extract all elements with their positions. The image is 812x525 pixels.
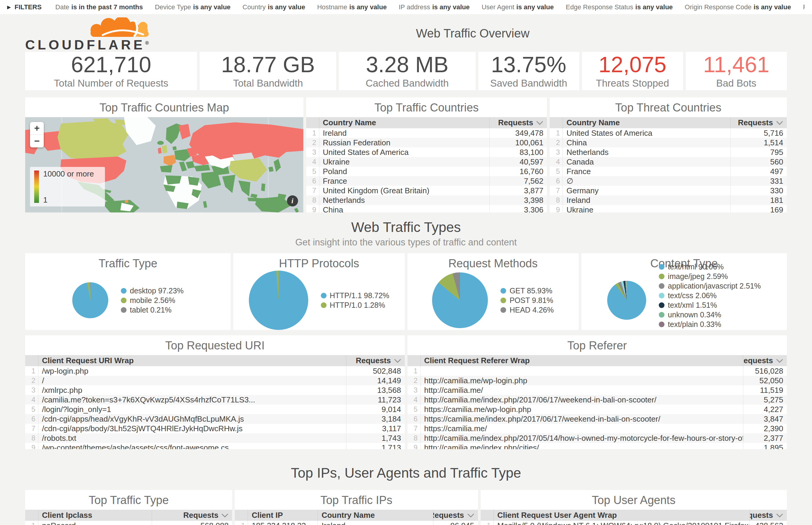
dashboard-header: CLOUDFLARE® Web Traffic Overview (25, 15, 787, 52)
legend-label: 0.20% (668, 330, 689, 330)
filter-item[interactable]: Countryis any value (242, 3, 305, 11)
map-legend-min: 1 (43, 195, 47, 205)
table-cell: 568,088 (152, 521, 232, 525)
table-cell: 560 (730, 157, 787, 167)
content-type-pie[interactable] (607, 281, 646, 320)
http-protocols-legend: HTTP/1.1 98.72%HTTP/1.0 1.28% (321, 291, 389, 310)
sort-chevron-icon (776, 359, 783, 363)
column-header[interactable]: Client Request User Agent Wrap (494, 510, 750, 521)
table-header-row: Client Request User Agent WrapRequests (481, 510, 787, 521)
table-row: 4http://camilia.me/index.php/2017/06/17/… (408, 395, 787, 405)
table-cell: /xmlrpc.php (39, 385, 346, 395)
kpi-value: 621,710 (71, 53, 151, 76)
table-cell: 14,149 (346, 376, 405, 385)
column-header[interactable]: Requests (346, 355, 405, 366)
column-header-label: Client Request Referer Wrap (424, 356, 530, 365)
row-number-header (306, 117, 319, 128)
table-cell: 349,478 (489, 128, 547, 138)
legend-label: image/jpeg 2.59% (668, 272, 728, 281)
map-legend-max: 10000 or more (43, 169, 94, 179)
table-cell: 5,716 (730, 128, 787, 138)
table-cell: / (39, 376, 346, 385)
table-row: 7United Kingdom (Great Britain)3,877 (306, 186, 547, 195)
filter-value: is any value (432, 3, 470, 11)
column-header[interactable]: Requests (433, 510, 478, 521)
column-header[interactable]: Requests (743, 355, 787, 366)
table-cell: 516,028 (743, 366, 787, 376)
filter-item[interactable]: Device Typeis any value (155, 3, 230, 11)
table-cell: Mozilla/5.0 (Windows NT 6.1; WOW64; rv:1… (494, 521, 750, 525)
legend-swatch (659, 312, 664, 318)
filters-label: FILTERS (15, 3, 42, 11)
filter-item[interactable]: Edge Response Statusis any value (566, 3, 673, 11)
table-row: 9/wp-content/themes/ashe/assets/css/font… (25, 443, 405, 449)
zoom-out-button[interactable]: − (30, 135, 44, 147)
column-header[interactable]: Client Request Referer Wrap (421, 355, 743, 366)
column-header[interactable]: Requests (730, 117, 787, 128)
filter-item[interactable]: User Agentis any value (482, 3, 554, 11)
column-header[interactable]: Client IP (248, 510, 318, 521)
filter-item[interactable]: Origin Response Codeis any value (685, 3, 791, 11)
legend-item: HTTP/1.0 1.28% (321, 301, 389, 310)
table-row: 9http://camilia.me/index.php/cities/1,89… (408, 443, 787, 449)
table-cell: United Kingdom (Great Britain) (319, 186, 490, 195)
kpi-card: 11,461Bad Bots (686, 52, 787, 90)
column-header[interactable]: Client Ipclass (39, 510, 152, 521)
column-header[interactable]: Requests (489, 117, 547, 128)
table-cell: 11,723 (346, 395, 405, 405)
column-header[interactable]: Requests (152, 510, 232, 521)
table-row: 9China3,306 (306, 205, 547, 212)
legend-label: application/javascript 2.51% (668, 282, 761, 290)
traffic-type-table: Client IpclassRequests1noRecord568,088 (25, 510, 232, 525)
cloudflare-logo: CLOUDFLARE® (25, 15, 159, 51)
filter-item[interactable]: IP addressis any value (399, 3, 470, 11)
legend-item: text/xml 1.51% (659, 301, 761, 310)
kpi-value: 11,461 (703, 53, 769, 76)
world-map[interactable]: + − 10000 or more 1 i (25, 117, 304, 212)
column-header[interactable]: Client Request URI Wrap (39, 355, 346, 366)
table-row: 4Canada560 (550, 157, 787, 167)
table-cell: Canada (563, 157, 730, 167)
info-icon[interactable]: i (287, 195, 298, 207)
table-row: 8http://camilia.me/index.php/2017/05/14/… (408, 433, 787, 443)
filter-item[interactable]: Hostnameis any value (317, 3, 387, 11)
traffic-type-pie[interactable] (72, 282, 108, 318)
filter-field: IP address (399, 3, 430, 11)
legend-swatch (121, 307, 127, 313)
row-number: 2 (25, 376, 39, 385)
legend-label: HTTP/1.1 98.72% (330, 291, 389, 300)
filters-toggle[interactable]: ▶ FILTERS (7, 3, 42, 11)
filter-item[interactable]: Request URIis any value (803, 3, 805, 11)
filter-value: is any value (754, 3, 791, 11)
panel-title: Top Traffic IPs (235, 490, 478, 510)
table-cell: 16,760 (489, 167, 547, 176)
column-header[interactable]: Country Name (319, 117, 490, 128)
column-header[interactable]: Requests (750, 510, 787, 521)
table-cell: /wp-content/themes/ashe/assets/css/font-… (39, 443, 346, 449)
column-header[interactable]: Country Name (318, 510, 433, 521)
row-number: 2 (408, 376, 421, 385)
table-cell: 1,743 (346, 433, 405, 443)
filter-item[interactable]: Dateis in the past 7 months (56, 3, 143, 11)
table-cell: noRecord (39, 521, 152, 525)
zoom-in-button[interactable]: + (30, 122, 44, 135)
threat-countries-table: Country NameRequests1United States of Am… (550, 117, 787, 212)
row-number: 5 (550, 167, 563, 176)
sort-chevron-icon (776, 121, 783, 125)
table-cell: 7,562 (489, 176, 547, 186)
table-cell: 9,014 (346, 405, 405, 414)
kpi-label: Bad Bots (716, 78, 756, 89)
legend-item: mobile 2.56% (121, 296, 183, 305)
content-type-legend: text/html 90.06%image/jpeg 2.59%applicat… (659, 262, 761, 330)
row-number: 8 (408, 433, 421, 443)
map-legend-gradient (34, 170, 39, 203)
cloudflare-cloud-icon (84, 17, 151, 37)
kpi-label: Threats Stopped (596, 78, 669, 89)
column-header[interactable]: Country Name (563, 117, 730, 128)
table-cell: 13,568 (346, 385, 405, 395)
http-protocols-pie[interactable] (249, 271, 308, 330)
panel-title: Top Traffic Countries (306, 97, 547, 117)
traffic-countries-panel: Top Traffic Countries Country NameReques… (306, 97, 547, 212)
table-header-row: Client Request URI WrapRequests (25, 355, 405, 366)
request-methods-pie[interactable] (432, 272, 488, 328)
